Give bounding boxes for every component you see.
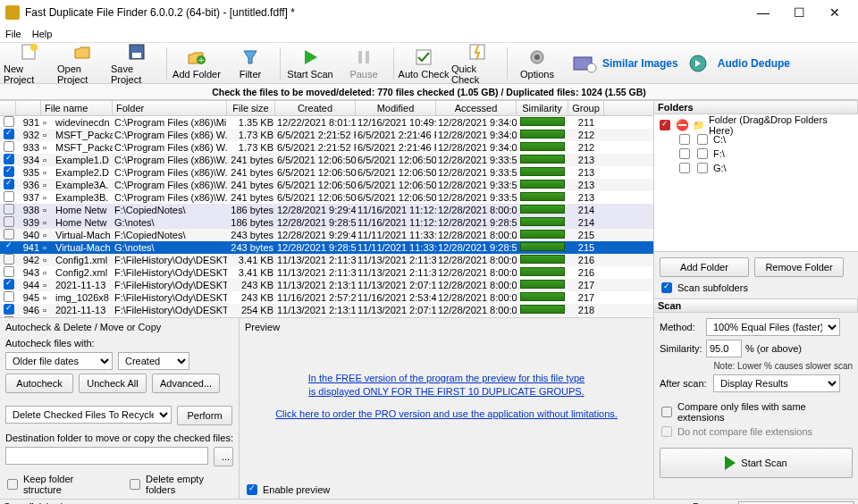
pause-button[interactable]: Pause: [338, 44, 390, 83]
browse-button[interactable]: ...: [214, 447, 233, 466]
similarity-bar: [520, 292, 565, 301]
method-select[interactable]: 100% Equal Files (faster): [706, 318, 840, 336]
folders-tree[interactable]: ⛔📁Folder (Drag&Drop Folders Here) C:\ F:…: [654, 114, 858, 252]
remove-folder-button[interactable]: Remove Folder: [754, 257, 844, 277]
start-scan-button[interactable]: Start Scan: [284, 44, 336, 83]
minimize-button[interactable]: —: [745, 0, 781, 25]
table-header: File name Folder File size Created Modif…: [0, 100, 653, 116]
table-row[interactable]: 942▫Config1.xmlF:\FileHistory\Ody\DESKT.…: [0, 254, 653, 266]
row-checkbox[interactable]: [4, 154, 14, 164]
row-checkbox[interactable]: [4, 141, 14, 152]
table-row[interactable]: 937▫Example3B.C:\Program Files (x86)\W..…: [0, 191, 653, 204]
row-checkbox[interactable]: [4, 204, 14, 214]
menu-file[interactable]: File: [5, 29, 21, 39]
perform-button[interactable]: Perform: [177, 406, 232, 425]
row-checkbox[interactable]: [4, 254, 14, 265]
row-checkbox[interactable]: [4, 241, 14, 252]
new-project-button[interactable]: New Project: [4, 44, 55, 83]
results-table[interactable]: 931▫widevinecdnC:\Program Files (x86)\Mi…: [0, 116, 653, 317]
table-row[interactable]: 939▫Home NetwG:\notes\186 bytes12/28/202…: [0, 216, 653, 229]
enable-preview-checkbox[interactable]: [247, 484, 257, 495]
svg-point-1: [30, 44, 38, 51]
table-row[interactable]: 936▫Example3A.C:\Program Files (x86)\W..…: [0, 179, 653, 191]
row-checkbox[interactable]: [4, 279, 14, 290]
autocheck-button[interactable]: Autocheck: [5, 374, 73, 393]
row-checkbox[interactable]: [4, 116, 14, 127]
auto-check-button[interactable]: Auto Check: [398, 44, 450, 83]
root-check-icon[interactable]: [660, 120, 670, 130]
delete-action-select[interactable]: Delete Checked Files To Recycle Bin: [5, 406, 172, 424]
free-version-message[interactable]: In the FREE version of the program the p…: [240, 372, 653, 421]
row-checkbox[interactable]: [4, 304, 14, 315]
table-row[interactable]: 932▫MSFT_PackaC:\Program Files (x86) W..…: [0, 129, 653, 141]
app-icon: [5, 5, 20, 20]
file-icon: ▫: [41, 130, 54, 140]
table-row[interactable]: 940▫Virtual-MachF:\CopiedNotes\243 bytes…: [0, 229, 653, 241]
summary-bar: Check the files to be moved/deleted: 770…: [0, 84, 858, 100]
table-row[interactable]: 934▫Example1.DC:\Program Files (x86)\W..…: [0, 154, 653, 166]
after-scan-select[interactable]: Display Results: [713, 374, 840, 392]
similarity-bar: [520, 117, 565, 126]
destination-input[interactable]: [5, 447, 208, 465]
close-button[interactable]: ✕: [817, 0, 853, 25]
advanced-button[interactable]: Advanced...: [152, 374, 220, 393]
svg-rect-7: [366, 51, 369, 63]
similar-images-link[interactable]: Similar Images: [572, 54, 678, 73]
save-project-button[interactable]: Save Project: [111, 44, 163, 83]
quick-check-button[interactable]: Quick Check: [451, 44, 503, 83]
options-button[interactable]: Options: [511, 44, 563, 83]
auto-panel-title: Autocheck & Delete / Move or Copy: [5, 322, 233, 332]
file-icon: ▫: [41, 217, 54, 228]
similarity-bar: [520, 167, 565, 176]
similarity-input[interactable]: [706, 340, 742, 357]
row-checkbox[interactable]: [4, 129, 14, 139]
table-row[interactable]: 931▫widevinecdnC:\Program Files (x86)\Mi…: [0, 116, 653, 129]
row-checkbox[interactable]: [4, 179, 14, 189]
table-row[interactable]: 943▫Config2.xmlF:\FileHistory\Ody\DESKT.…: [0, 266, 653, 279]
maximize-button[interactable]: ☐: [781, 0, 817, 25]
file-icon: ▫: [41, 117, 54, 128]
keep-folder-checkbox[interactable]: [7, 479, 18, 490]
table-row[interactable]: 935▫Example2.DC:\Program Files (x86)\W..…: [0, 166, 653, 179]
file-icon: ▫: [41, 230, 54, 240]
row-checkbox[interactable]: [4, 216, 14, 227]
similarity-bar: [520, 267, 565, 276]
table-row[interactable]: 945▫img_1026x8F:\FileHistory\Ody\DESKT..…: [0, 291, 653, 304]
scan-subfolders-checkbox[interactable]: [661, 282, 672, 293]
similarity-bar: [520, 192, 565, 201]
row-checkbox[interactable]: [4, 266, 14, 277]
similarity-bar: [520, 180, 565, 189]
start-scan-big-button[interactable]: Start Scan: [660, 448, 853, 478]
table-row[interactable]: 938▫Home NetwF:\CopiedNotes\186 bytes12/…: [0, 204, 653, 216]
older-files-select[interactable]: Older file dates: [5, 352, 113, 370]
delete-empty-checkbox[interactable]: [130, 479, 140, 490]
row-checkbox[interactable]: [4, 191, 14, 202]
similarity-bar: [520, 217, 565, 226]
table-row[interactable]: 941▫Virtual-MachG:\notes\243 bytes12/28/…: [0, 241, 653, 254]
created-select[interactable]: Created: [118, 352, 189, 370]
row-checkbox[interactable]: [4, 166, 14, 177]
add-folder-button-2[interactable]: Add Folder: [660, 257, 749, 277]
similarity-bar: [520, 205, 565, 214]
status-text: Scan finished.: [4, 501, 65, 505]
window-title: Fast Duplicate File Finder 6.0.0.2 (64-b…: [25, 6, 745, 19]
menu-help[interactable]: Help: [32, 29, 53, 39]
table-row[interactable]: 944▫2021-11-13F:\FileHistory\Ody\DESKT..…: [0, 279, 653, 291]
donot-compare-checkbox: [661, 426, 672, 437]
row-checkbox[interactable]: [4, 229, 14, 239]
filter-button[interactable]: Filter: [224, 44, 276, 83]
similarity-bar: [520, 230, 565, 239]
add-folder-button[interactable]: +Add Folder: [171, 44, 223, 83]
table-row[interactable]: 933▫MSFT_PackaC:\Program Files (x86) W..…: [0, 141, 653, 154]
similarity-bar: [520, 155, 565, 164]
open-project-button[interactable]: Open Project: [57, 44, 109, 83]
table-row[interactable]: 946▫2021-11-13F:\FileHistory\Ody\DESKT..…: [0, 304, 653, 316]
svg-rect-6: [358, 51, 362, 63]
scan-section: Scan: [654, 298, 858, 313]
audio-dedupe-link[interactable]: Audio Dedupe: [687, 54, 790, 73]
row-checkbox[interactable]: [4, 291, 14, 302]
similarity-bar: [520, 242, 565, 251]
uncheck-all-button[interactable]: Uncheck All: [79, 374, 147, 393]
compare-ext-checkbox[interactable]: [661, 407, 672, 417]
file-icon: ▫: [41, 192, 54, 203]
